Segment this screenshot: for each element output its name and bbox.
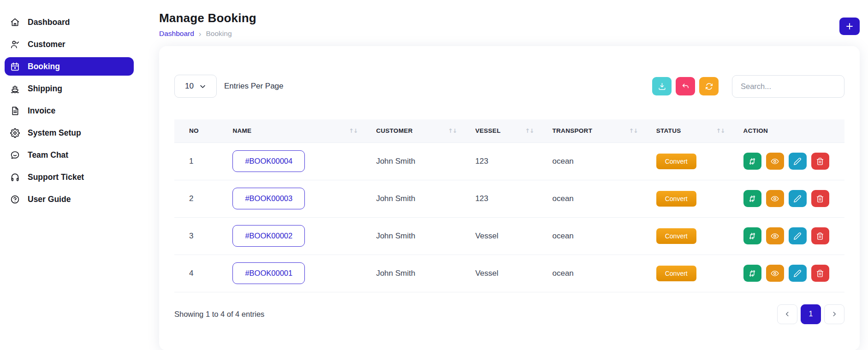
sidebar-item-shipping[interactable]: Shipping	[5, 79, 134, 98]
column-header-customer[interactable]: CUSTOMER↑↓	[361, 119, 460, 142]
booking-id-button[interactable]: #BOOK00003	[232, 188, 305, 209]
refresh-icon	[705, 82, 713, 91]
export-button[interactable]	[652, 77, 672, 95]
booking-id-button[interactable]: #BOOK00001	[232, 262, 305, 284]
pagination-page-1[interactable]: 1	[801, 304, 821, 324]
booking-id-button[interactable]: #BOOK00002	[232, 225, 305, 247]
pagination-next-button[interactable]	[824, 304, 844, 324]
edit-button[interactable]	[789, 190, 807, 207]
transport-value: ocean	[553, 157, 574, 166]
booking-table-card: 10 Entries Per Page NONAME↑↓CUSTOMER↑↓VE…	[159, 46, 860, 350]
cell-vessel: 123	[460, 142, 537, 180]
transfer-button[interactable]	[743, 190, 761, 207]
row-action-buttons	[743, 190, 841, 207]
cell-transport: ocean	[538, 142, 642, 180]
transfer-button[interactable]	[743, 265, 761, 282]
column-header-vessel[interactable]: VESSEL↑↓	[460, 119, 537, 142]
cell-name: #BOOK00002	[218, 217, 361, 255]
column-header-name[interactable]: NAME↑↓	[218, 119, 361, 142]
transfer-button[interactable]	[743, 227, 761, 244]
sidebar-item-customer[interactable]: Customer	[5, 35, 134, 53]
convert-button[interactable]: Convert	[656, 266, 696, 281]
swap-icon	[748, 195, 756, 203]
sidebar: DashboardCustomerBookingShippingInvoiceS…	[0, 0, 138, 350]
customer-name: John Smith	[376, 194, 415, 203]
sidebar-item-label: System Setup	[28, 128, 81, 138]
edit-button[interactable]	[789, 227, 807, 244]
sidebar-nav: DashboardCustomerBookingShippingInvoiceS…	[0, 13, 138, 208]
eye-icon	[771, 232, 779, 240]
delete-button[interactable]	[811, 190, 829, 207]
refresh-button[interactable]	[699, 77, 719, 95]
row-action-buttons	[743, 265, 841, 282]
sort-icon[interactable]: ↑↓	[448, 127, 457, 134]
view-button[interactable]	[766, 265, 784, 282]
cell-actions	[729, 180, 844, 217]
table-row: 1#BOOK00004John Smith123oceanConvert	[174, 142, 844, 180]
sidebar-item-dashboard[interactable]: Dashboard	[5, 13, 134, 31]
edit-button[interactable]	[789, 265, 807, 282]
cell-status: Convert	[642, 255, 729, 292]
edit-button[interactable]	[789, 153, 807, 170]
delete-button[interactable]	[811, 153, 829, 170]
cell-customer: John Smith	[361, 142, 460, 180]
cell-status: Convert	[642, 142, 729, 180]
sidebar-item-booking[interactable]: Booking	[5, 57, 134, 76]
cell-no: 3	[174, 217, 218, 255]
table-row: 2#BOOK00003John Smith123oceanConvert	[174, 180, 844, 217]
column-label: CUSTOMER	[376, 127, 412, 134]
breadcrumb: Dashboard › Booking	[159, 30, 256, 38]
sidebar-item-system-setup[interactable]: System Setup	[5, 124, 134, 142]
view-button[interactable]	[766, 227, 784, 244]
column-label: NAME	[232, 127, 251, 134]
eye-icon	[771, 269, 779, 278]
column-header-no: NO	[174, 119, 218, 142]
sidebar-item-label: Invoice	[28, 106, 55, 116]
column-label: VESSEL	[475, 127, 500, 134]
breadcrumb-dashboard-link[interactable]: Dashboard	[159, 30, 194, 38]
sort-icon[interactable]: ↑↓	[629, 127, 638, 134]
undo-button[interactable]	[676, 77, 695, 95]
eye-icon	[771, 157, 779, 166]
convert-button[interactable]: Convert	[656, 191, 696, 207]
eye-icon	[771, 195, 779, 203]
vessel-value: 123	[475, 194, 488, 203]
column-header-status[interactable]: STATUS↑↓	[642, 119, 729, 142]
add-booking-button[interactable]	[839, 18, 860, 35]
cell-transport: ocean	[538, 255, 642, 292]
toolbar-actions	[652, 75, 844, 98]
delete-button[interactable]	[811, 265, 829, 282]
pencil-icon	[793, 269, 802, 278]
customer-name: John Smith	[376, 231, 415, 240]
entries-per-page-select[interactable]: 10	[174, 75, 217, 98]
cell-vessel: Vessel	[460, 255, 537, 292]
cell-status: Convert	[642, 217, 729, 255]
customer-icon	[10, 40, 20, 49]
search-input[interactable]	[732, 75, 844, 98]
delete-button[interactable]	[811, 227, 829, 244]
transfer-button[interactable]	[743, 153, 761, 170]
cell-actions	[729, 217, 844, 255]
sort-icon[interactable]: ↑↓	[525, 127, 534, 134]
convert-button[interactable]: Convert	[656, 154, 696, 169]
cell-no: 1	[174, 142, 218, 180]
column-header-transport[interactable]: TRANSPORT↑↓	[538, 119, 642, 142]
booking-id-button[interactable]: #BOOK00004	[232, 150, 305, 172]
sidebar-item-invoice[interactable]: Invoice	[5, 101, 134, 120]
convert-button[interactable]: Convert	[656, 228, 696, 244]
table-row: 3#BOOK00002John SmithVesseloceanConvert	[174, 217, 844, 255]
pencil-icon	[793, 232, 802, 240]
cell-actions	[729, 142, 844, 180]
swap-icon	[748, 157, 756, 166]
view-button[interactable]	[766, 190, 784, 207]
sort-icon[interactable]: ↑↓	[349, 127, 357, 134]
row-number: 1	[189, 157, 193, 166]
sidebar-item-team-chat[interactable]: Team Chat	[5, 146, 134, 164]
sort-icon[interactable]: ↑↓	[716, 127, 725, 134]
sidebar-item-support-ticket[interactable]: Support Ticket	[5, 168, 134, 186]
view-button[interactable]	[766, 153, 784, 170]
pagination-prev-button[interactable]	[777, 304, 797, 324]
page-heading-block: Manage Booking Dashboard › Booking	[159, 11, 256, 38]
page-header: Manage Booking Dashboard › Booking	[159, 11, 860, 38]
sidebar-item-user-guide[interactable]: User Guide	[5, 190, 134, 208]
